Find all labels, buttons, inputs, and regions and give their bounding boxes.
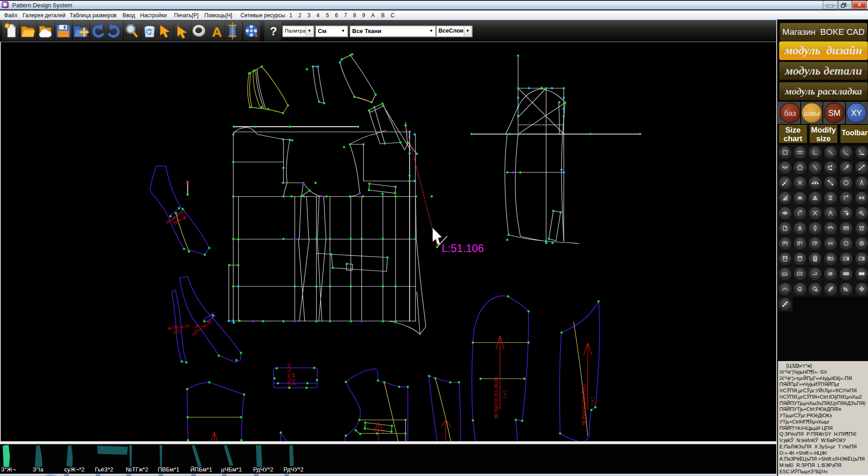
svg-text:L:51.106: L:51.106	[442, 242, 484, 254]
svg-text:?: ?	[786, 179, 788, 183]
svg-text:швы: швы	[804, 109, 820, 118]
svg-text:баз: баз	[784, 109, 796, 118]
svg-text:[ хІ ]: [ хІ ]	[590, 397, 594, 405]
svg-text:[эТ] 98: [эТ] 98	[291, 373, 296, 386]
svg-text:XY: XY	[851, 109, 862, 118]
svg-text:98 РдЧУ(L)X1-(R)X1: 98 РдЧУ(L)X1-(R)X1	[581, 383, 586, 425]
svg-text:[ хІ ]: [ хІ ]	[502, 390, 507, 398]
svg-text:X(Я)-|X|-(L)X|: X(Я)-|X|-(L)X|	[287, 363, 291, 388]
svg-text:98 РдЧУ(L)X1-(R)X1: 98 РдЧУ(L)X1-(R)X1	[494, 376, 499, 419]
svg-text:SM: SM	[828, 109, 840, 118]
svg-text:[эТ]: [эТ]	[173, 329, 180, 335]
